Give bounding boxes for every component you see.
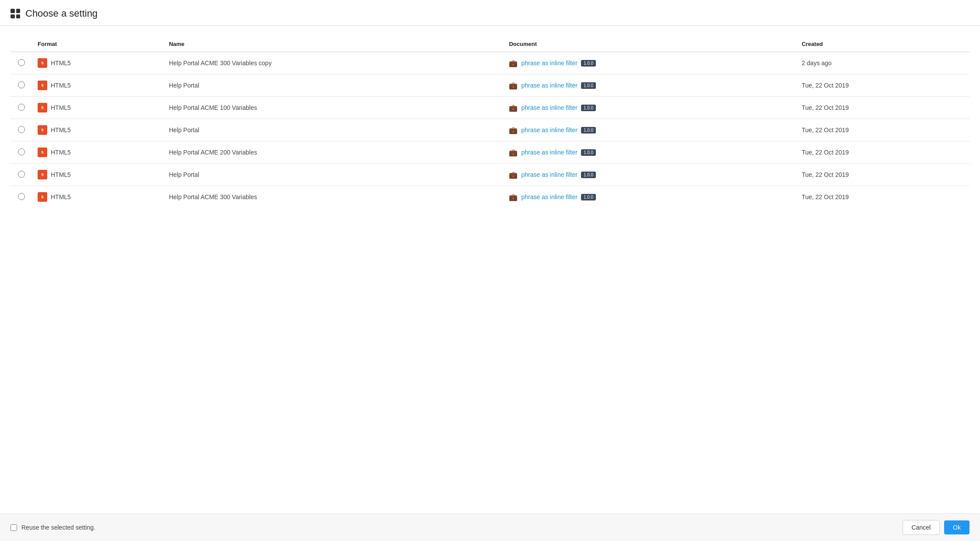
format-cell: 5HTML5: [32, 52, 164, 74]
html5-icon: 5: [38, 58, 47, 68]
html5-icon: 5: [38, 148, 47, 157]
doc-link[interactable]: phrase as inline filter: [521, 104, 577, 111]
page-title: Choose a setting: [25, 8, 98, 19]
row-radio-6[interactable]: [18, 193, 25, 200]
table-row: 5HTML5Help Portal ACME 100 Variables💼phr…: [10, 97, 970, 119]
dialog-footer: Reuse the selected setting. Cancel Ok: [0, 513, 980, 541]
dialog-header: Choose a setting: [0, 0, 980, 26]
reuse-setting-checkbox[interactable]: [10, 524, 17, 531]
format-cell: 5HTML5: [32, 74, 164, 97]
format-label: HTML5: [51, 126, 71, 133]
table-header-row: Format Name Document Created: [10, 36, 970, 52]
format-label: HTML5: [51, 193, 71, 200]
name-cell: Help Portal ACME 100 Variables: [164, 97, 504, 119]
table-row: 5HTML5Help Portal💼phrase as inline filte…: [10, 119, 970, 141]
format-cell: 5HTML5: [32, 164, 164, 186]
doc-link[interactable]: phrase as inline filter: [521, 126, 577, 133]
name-cell: Help Portal: [164, 119, 504, 141]
main-content: Format Name Document Created 5HTML5Help …: [0, 26, 980, 513]
document-cell: 💼phrase as inline filter1.0.0: [504, 164, 796, 186]
created-cell: Tue, 22 Oct 2019: [796, 141, 970, 164]
col-name: Name: [164, 36, 504, 52]
row-radio-1[interactable]: [18, 81, 25, 88]
row-radio-5[interactable]: [18, 171, 25, 178]
format-label: HTML5: [51, 60, 71, 67]
version-badge: 1.0.0: [581, 149, 596, 156]
doc-link[interactable]: phrase as inline filter: [521, 82, 577, 89]
footer-left: Reuse the selected setting.: [10, 524, 903, 531]
version-badge: 1.0.0: [581, 172, 596, 178]
created-cell: Tue, 22 Oct 2019: [796, 164, 970, 186]
document-cell: 💼phrase as inline filter1.0.0: [504, 119, 796, 141]
briefcase-icon: 💼: [509, 59, 518, 67]
created-cell: 2 days ago: [796, 52, 970, 74]
html5-icon: 5: [38, 170, 47, 179]
row-radio-3[interactable]: [18, 126, 25, 133]
html5-icon: 5: [38, 125, 47, 135]
created-cell: Tue, 22 Oct 2019: [796, 74, 970, 97]
radio-cell: [10, 74, 32, 97]
briefcase-icon: 💼: [509, 81, 518, 90]
col-created: Created: [796, 36, 970, 52]
version-badge: 1.0.0: [581, 194, 596, 200]
created-cell: Tue, 22 Oct 2019: [796, 186, 970, 208]
html5-icon: 5: [38, 81, 47, 90]
col-format: Format: [32, 36, 164, 52]
table-row: 5HTML5Help Portal💼phrase as inline filte…: [10, 74, 970, 97]
col-select: [10, 36, 32, 52]
row-radio-2[interactable]: [18, 104, 25, 111]
table-row: 5HTML5Help Portal ACME 200 Variables💼phr…: [10, 141, 970, 164]
radio-cell: [10, 97, 32, 119]
cancel-button[interactable]: Cancel: [903, 520, 940, 535]
name-cell: Help Portal ACME 200 Variables: [164, 141, 504, 164]
format-label: HTML5: [51, 149, 71, 156]
col-document: Document: [504, 36, 796, 52]
name-cell: Help Portal ACME 300 Variables copy: [164, 52, 504, 74]
format-cell: 5HTML5: [32, 97, 164, 119]
format-cell: 5HTML5: [32, 119, 164, 141]
document-cell: 💼phrase as inline filter1.0.0: [504, 52, 796, 74]
row-radio-4[interactable]: [18, 148, 25, 155]
doc-link[interactable]: phrase as inline filter: [521, 193, 577, 200]
ok-button[interactable]: Ok: [944, 520, 970, 534]
radio-cell: [10, 164, 32, 186]
briefcase-icon: 💼: [509, 193, 518, 201]
html5-icon: 5: [38, 103, 47, 112]
document-cell: 💼phrase as inline filter1.0.0: [504, 97, 796, 119]
reuse-setting-label: Reuse the selected setting.: [21, 524, 95, 531]
radio-cell: [10, 141, 32, 164]
radio-cell: [10, 52, 32, 74]
format-cell: 5HTML5: [32, 141, 164, 164]
html5-icon: 5: [38, 192, 47, 202]
briefcase-icon: 💼: [509, 148, 518, 157]
radio-cell: [10, 186, 32, 208]
created-cell: Tue, 22 Oct 2019: [796, 97, 970, 119]
format-label: HTML5: [51, 82, 71, 89]
radio-cell: [10, 119, 32, 141]
version-badge: 1.0.0: [581, 105, 596, 111]
format-label: HTML5: [51, 171, 71, 178]
name-cell: Help Portal: [164, 74, 504, 97]
footer-buttons: Cancel Ok: [903, 520, 970, 535]
doc-link[interactable]: phrase as inline filter: [521, 60, 577, 67]
document-cell: 💼phrase as inline filter1.0.0: [504, 74, 796, 97]
document-cell: 💼phrase as inline filter1.0.0: [504, 186, 796, 208]
name-cell: Help Portal: [164, 164, 504, 186]
document-cell: 💼phrase as inline filter1.0.0: [504, 141, 796, 164]
briefcase-icon: 💼: [509, 104, 518, 112]
doc-link[interactable]: phrase as inline filter: [521, 149, 577, 156]
row-radio-0[interactable]: [18, 59, 25, 66]
grid-icon: [10, 9, 20, 18]
version-badge: 1.0.0: [581, 60, 596, 67]
version-badge: 1.0.0: [581, 82, 596, 89]
doc-link[interactable]: phrase as inline filter: [521, 171, 577, 178]
briefcase-icon: 💼: [509, 126, 518, 134]
table-row: 5HTML5Help Portal ACME 300 Variables cop…: [10, 52, 970, 74]
format-cell: 5HTML5: [32, 186, 164, 208]
table-row: 5HTML5Help Portal💼phrase as inline filte…: [10, 164, 970, 186]
name-cell: Help Portal ACME 300 Variables: [164, 186, 504, 208]
version-badge: 1.0.0: [581, 127, 596, 133]
table-row: 5HTML5Help Portal ACME 300 Variables💼phr…: [10, 186, 970, 208]
settings-table: Format Name Document Created 5HTML5Help …: [10, 36, 970, 208]
format-label: HTML5: [51, 104, 71, 111]
